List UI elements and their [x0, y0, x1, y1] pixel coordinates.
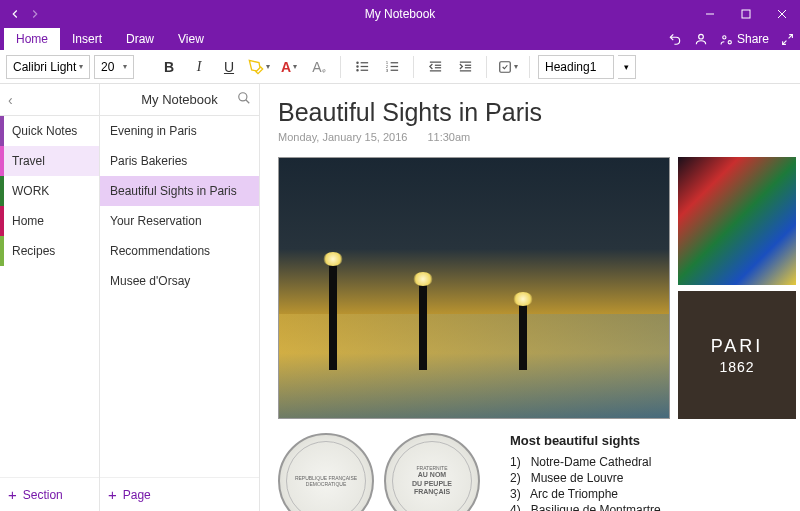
bold-button[interactable]: B: [156, 54, 182, 80]
photo-main[interactable]: [278, 157, 670, 419]
photo-sign[interactable]: PARI 1862: [678, 291, 796, 419]
svg-point-4: [699, 34, 704, 39]
coin-images[interactable]: REPUBLIQUE FRANÇAISE DEMOCRATIQUE FRATER…: [278, 433, 480, 511]
note-time: 11:30am: [427, 131, 470, 143]
pages-panel: My Notebook Evening in ParisParis Bakeri…: [100, 84, 260, 511]
section-item[interactable]: Quick Notes: [0, 116, 99, 146]
sight-item: 4) Basilique de Montmartre: [510, 502, 661, 511]
section-label: Quick Notes: [12, 124, 77, 138]
close-button[interactable]: [764, 0, 800, 28]
share-icon: [720, 33, 733, 46]
share-button[interactable]: Share: [720, 32, 769, 46]
section-color-stripe: [0, 206, 4, 236]
svg-point-13: [356, 70, 357, 71]
maximize-button[interactable]: [728, 0, 764, 28]
fullscreen-icon[interactable]: [781, 33, 794, 46]
svg-point-30: [239, 93, 247, 101]
sight-item: 2) Musee de Louvre: [510, 470, 661, 486]
todo-tag-button[interactable]: ▾: [495, 54, 521, 80]
numbering-button[interactable]: 123: [379, 54, 405, 80]
notebook-back-button[interactable]: ‹: [8, 92, 13, 108]
window-title: My Notebook: [365, 7, 436, 21]
style-select-arrow[interactable]: ▾: [618, 55, 636, 79]
search-button[interactable]: [237, 91, 251, 108]
svg-point-6: [728, 40, 731, 43]
add-page-button[interactable]: +Page: [100, 477, 259, 511]
page-item[interactable]: Your Reservation: [100, 206, 259, 236]
sections-panel: ‹ Quick NotesTravelWORKHomeRecipes +Sect…: [0, 84, 100, 511]
menu-tab-home[interactable]: Home: [4, 28, 60, 50]
svg-rect-29: [500, 61, 511, 72]
coin-1: REPUBLIQUE FRANÇAISE DEMOCRATIQUE: [278, 433, 374, 511]
section-label: Travel: [12, 154, 45, 168]
svg-line-8: [783, 40, 787, 44]
menu-tab-view[interactable]: View: [166, 28, 216, 50]
indent-button[interactable]: [452, 54, 478, 80]
page-item[interactable]: Musee d'Orsay: [100, 266, 259, 296]
menubar: HomeInsertDrawView Share: [0, 28, 800, 50]
nav-back-icon[interactable]: [8, 7, 22, 21]
note-title[interactable]: Beautiful Sights in Paris: [278, 98, 800, 127]
user-icon[interactable]: [694, 32, 708, 46]
photo-stained-glass[interactable]: [678, 157, 796, 285]
svg-text:3: 3: [385, 68, 388, 73]
coin-2: FRATERNITE AU NOM DU PEUPLE FRANÇAIS: [384, 433, 480, 511]
section-color-stripe: [0, 146, 4, 176]
section-color-stripe: [0, 176, 4, 206]
section-item[interactable]: Travel: [0, 146, 99, 176]
sight-item: 1) Notre-Dame Cathedral: [510, 454, 661, 470]
svg-point-5: [723, 35, 726, 38]
sight-item: 3) Arc de Triomphe: [510, 486, 661, 502]
svg-point-9: [356, 62, 357, 63]
section-label: WORK: [12, 184, 49, 198]
ribbon: Calibri Light▾ 20▾ B I U ▾ A▾ Aᵩ 123 ▾ H…: [0, 50, 800, 84]
add-section-button[interactable]: +Section: [0, 477, 99, 511]
section-color-stripe: [0, 116, 4, 146]
minimize-button[interactable]: [692, 0, 728, 28]
titlebar: My Notebook: [0, 0, 800, 28]
underline-button[interactable]: U: [216, 54, 242, 80]
section-item[interactable]: Recipes: [0, 236, 99, 266]
svg-point-11: [356, 66, 357, 67]
menu-tab-draw[interactable]: Draw: [114, 28, 166, 50]
clear-format-button[interactable]: Aᵩ: [306, 54, 332, 80]
section-label: Home: [12, 214, 44, 228]
sights-list[interactable]: Most beautiful sights 1) Notre-Dame Cath…: [510, 433, 661, 511]
page-item[interactable]: Beautiful Sights in Paris: [100, 176, 259, 206]
note-date: Monday, January 15, 2016: [278, 131, 407, 143]
nav-forward-icon[interactable]: [28, 7, 42, 21]
menu-tab-insert[interactable]: Insert: [60, 28, 114, 50]
svg-line-31: [246, 100, 250, 104]
style-select[interactable]: Heading1: [538, 55, 614, 79]
font-name-select[interactable]: Calibri Light▾: [6, 55, 90, 79]
highlight-button[interactable]: ▾: [246, 54, 272, 80]
section-color-stripe: [0, 236, 4, 266]
outdent-button[interactable]: [422, 54, 448, 80]
section-item[interactable]: Home: [0, 206, 99, 236]
sights-heading: Most beautiful sights: [510, 433, 661, 448]
svg-rect-1: [742, 10, 750, 18]
note-meta: Monday, January 15, 2016 11:30am: [278, 131, 800, 143]
bullets-button[interactable]: [349, 54, 375, 80]
page-item[interactable]: Recommendations: [100, 236, 259, 266]
font-size-select[interactable]: 20▾: [94, 55, 134, 79]
italic-button[interactable]: I: [186, 54, 212, 80]
page-item[interactable]: Paris Bakeries: [100, 146, 259, 176]
section-label: Recipes: [12, 244, 55, 258]
notebook-label[interactable]: My Notebook: [100, 92, 259, 107]
share-label: Share: [737, 32, 769, 46]
font-color-button[interactable]: A▾: [276, 54, 302, 80]
note-canvas[interactable]: Beautiful Sights in Paris Monday, Januar…: [260, 84, 800, 511]
svg-line-7: [789, 34, 793, 38]
page-item[interactable]: Evening in Paris: [100, 116, 259, 146]
undo-icon[interactable]: [668, 32, 682, 46]
section-item[interactable]: WORK: [0, 176, 99, 206]
